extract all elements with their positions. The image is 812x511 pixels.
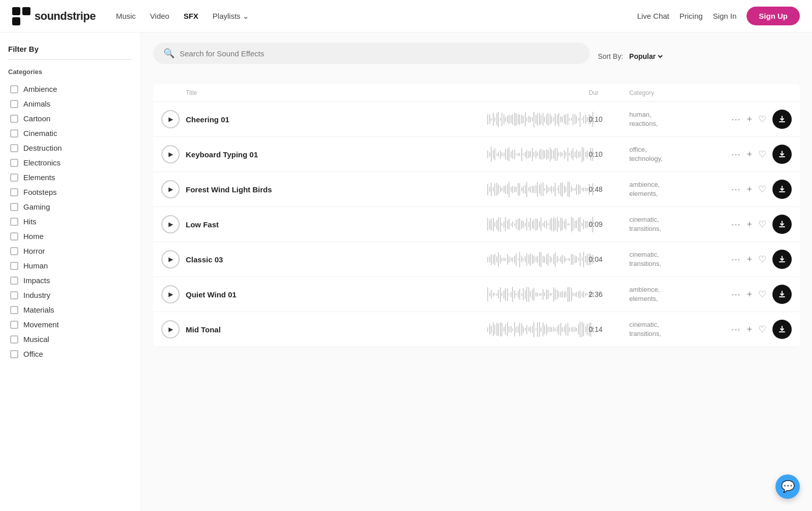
- add-button[interactable]: +: [747, 219, 752, 230]
- more-button[interactable]: ⋯: [731, 184, 740, 195]
- download-icon: [778, 290, 786, 298]
- checkbox-footsteps[interactable]: [10, 188, 18, 196]
- checkbox-ambience[interactable]: [10, 85, 18, 93]
- sidebar-item-musical[interactable]: Musical: [8, 332, 132, 347]
- sidebar-item-destruction[interactable]: Destruction: [8, 141, 132, 155]
- download-icon: [778, 185, 786, 193]
- more-button[interactable]: ⋯: [731, 149, 740, 160]
- add-button[interactable]: +: [747, 289, 752, 300]
- search-bar: 🔍: [153, 43, 590, 64]
- checkbox-gaming[interactable]: [10, 203, 18, 211]
- like-button[interactable]: ♡: [758, 324, 766, 335]
- table-row: ▶ Keyboard Typing 01 0:10 office,technol…: [153, 137, 800, 172]
- play-button[interactable]: ▶: [161, 110, 180, 128]
- nav-links: Music Video SFX Playlists ⌄: [116, 12, 637, 21]
- sidebar-item-industry[interactable]: Industry: [8, 288, 132, 302]
- play-button[interactable]: ▶: [161, 250, 180, 268]
- header-waveform: [487, 89, 589, 96]
- play-button[interactable]: ▶: [161, 145, 180, 163]
- category-label: Movement: [23, 320, 59, 329]
- more-button[interactable]: ⋯: [731, 219, 740, 230]
- sidebar-item-elements[interactable]: Elements: [8, 170, 132, 185]
- like-button[interactable]: ♡: [758, 254, 766, 265]
- download-button[interactable]: [772, 250, 792, 269]
- sidebar-item-materials[interactable]: Materials: [8, 302, 132, 317]
- nav-sfx[interactable]: SFX: [184, 12, 198, 20]
- play-button[interactable]: ▶: [161, 180, 180, 198]
- like-button[interactable]: ♡: [758, 289, 766, 300]
- checkbox-impacts[interactable]: [10, 277, 18, 285]
- track-category: cinematic,transitions,: [629, 250, 710, 268]
- add-button[interactable]: +: [747, 114, 752, 125]
- nav-music[interactable]: Music: [116, 12, 136, 20]
- add-button[interactable]: +: [747, 184, 752, 195]
- sidebar-item-movement[interactable]: Movement: [8, 317, 132, 332]
- play-button[interactable]: ▶: [161, 215, 180, 233]
- sidebar-item-gaming[interactable]: Gaming: [8, 199, 132, 214]
- checkbox-destruction[interactable]: [10, 144, 18, 152]
- svg-rect-2: [12, 17, 20, 25]
- sidebar-item-horror[interactable]: Horror: [8, 244, 132, 258]
- signup-button[interactable]: Sign Up: [747, 7, 800, 25]
- sidebar-item-footsteps[interactable]: Footsteps: [8, 185, 132, 199]
- sort-select[interactable]: Popular: [627, 52, 664, 61]
- search-input[interactable]: [180, 49, 580, 58]
- checkbox-musical[interactable]: [10, 335, 18, 344]
- sidebar-item-cinematic[interactable]: Cinematic: [8, 126, 132, 141]
- waveform: [487, 319, 589, 339]
- checkbox-animals[interactable]: [10, 100, 18, 108]
- add-button[interactable]: +: [747, 254, 752, 265]
- more-button[interactable]: ⋯: [731, 114, 740, 125]
- sort-label: Sort By:: [598, 52, 623, 60]
- checkbox-hits[interactable]: [10, 218, 18, 226]
- sidebar-item-electronics[interactable]: Electronics: [8, 155, 132, 170]
- sidebar-item-cartoon[interactable]: Cartoon: [8, 111, 132, 126]
- sidebar-item-animals[interactable]: Animals: [8, 96, 132, 111]
- checkbox-human[interactable]: [10, 262, 18, 270]
- more-button[interactable]: ⋯: [731, 254, 740, 265]
- download-button[interactable]: [772, 215, 792, 234]
- like-button[interactable]: ♡: [758, 114, 766, 125]
- play-button[interactable]: ▶: [161, 320, 180, 338]
- sidebar-item-home[interactable]: Home: [8, 229, 132, 244]
- checkbox-cartoon[interactable]: [10, 115, 18, 123]
- download-button[interactable]: [772, 180, 792, 199]
- track-category: ambience,elements,: [629, 285, 710, 303]
- nav-video[interactable]: Video: [150, 12, 170, 20]
- checkbox-elements[interactable]: [10, 174, 18, 182]
- checkbox-movement[interactable]: [10, 321, 18, 329]
- nav-sign-in[interactable]: Sign In: [713, 12, 737, 20]
- nav-pricing[interactable]: Pricing: [680, 12, 703, 20]
- checkbox-horror[interactable]: [10, 247, 18, 255]
- more-button[interactable]: ⋯: [731, 289, 740, 300]
- add-button[interactable]: +: [747, 149, 752, 160]
- waveform: [487, 109, 589, 129]
- checkbox-cinematic[interactable]: [10, 129, 18, 138]
- checkbox-materials[interactable]: [10, 306, 18, 314]
- logo[interactable]: soundstripe: [12, 7, 95, 25]
- like-button[interactable]: ♡: [758, 219, 766, 230]
- sidebar-item-human[interactable]: Human: [8, 258, 132, 273]
- checkbox-electronics[interactable]: [10, 159, 18, 167]
- more-button[interactable]: ⋯: [731, 324, 740, 335]
- checkbox-home[interactable]: [10, 232, 18, 241]
- track-name: Keyboard Typing 01: [186, 150, 487, 159]
- download-button[interactable]: [772, 110, 792, 129]
- checkbox-industry[interactable]: [10, 291, 18, 299]
- sidebar-item-impacts[interactable]: Impacts: [8, 273, 132, 288]
- sidebar-item-ambience[interactable]: Ambience: [8, 82, 132, 96]
- like-button[interactable]: ♡: [758, 149, 766, 160]
- track-category: ambience,elements,: [629, 180, 710, 198]
- download-button[interactable]: [772, 145, 792, 164]
- chat-button[interactable]: 💬: [775, 474, 800, 499]
- play-button[interactable]: ▶: [161, 285, 180, 303]
- like-button[interactable]: ♡: [758, 184, 766, 195]
- add-button[interactable]: +: [747, 324, 752, 335]
- nav-live-chat[interactable]: Live Chat: [637, 12, 669, 20]
- checkbox-office[interactable]: [10, 350, 18, 358]
- sidebar-item-hits[interactable]: Hits: [8, 214, 132, 229]
- download-button[interactable]: [772, 320, 792, 339]
- nav-playlists[interactable]: Playlists ⌄: [213, 12, 249, 21]
- download-button[interactable]: [772, 285, 792, 304]
- sidebar-item-office[interactable]: Office: [8, 347, 132, 361]
